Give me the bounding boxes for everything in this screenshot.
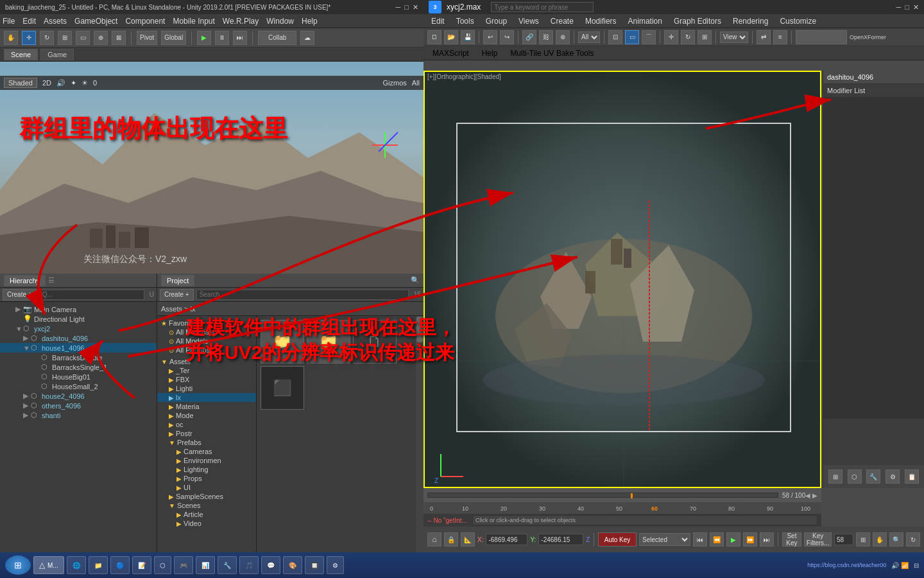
max-open-btn[interactable]: 📂 (444, 30, 458, 44)
hierarchy-search[interactable] (39, 290, 144, 300)
max-lasso-btn[interactable]: ⌒ (642, 30, 656, 44)
start-button[interactable]: ⊞ (5, 556, 31, 575)
max-menu-rendering[interactable]: Rendering (730, 17, 771, 26)
tree-item-directional-light[interactable]: 💡 Directional Light (0, 314, 157, 324)
pivot-btn[interactable]: Pivot (137, 31, 157, 45)
max-unlink-btn[interactable]: ⛓ (539, 30, 553, 44)
frame-input[interactable] (834, 534, 853, 545)
goto-start-btn[interactable]: ⏮ (693, 532, 707, 547)
max-scale-btn[interactable]: ⊞ (697, 30, 712, 44)
rotate-tool[interactable]: ↻ (40, 31, 54, 45)
menu-file[interactable]: File (3, 17, 15, 26)
taskbar-app-unity[interactable]: △ M... (33, 556, 64, 574)
max-menu-animation[interactable]: Animation (626, 17, 665, 26)
folder-lighting[interactable]: ▶ Lighti (157, 384, 256, 393)
menu-component[interactable]: Component (125, 17, 165, 26)
max-menu-modifiers[interactable]: Modifiers (583, 17, 619, 26)
hierarchy-create-btn[interactable]: Create + (3, 289, 37, 301)
folder-scenes[interactable]: ▼ Scenes (157, 501, 256, 510)
prev-key-btn[interactable]: ⏪ (710, 532, 724, 547)
key-filters-btn[interactable]: Key Filters... (804, 532, 832, 547)
coord-icon-2[interactable]: 🔒 (444, 532, 458, 547)
tree-item-yxcj2[interactable]: ▼ ⬡ yxcj2 (0, 324, 157, 333)
hierarchy-tab[interactable]: Hierarchy (4, 275, 46, 286)
max-rotate-btn[interactable]: ↻ (681, 30, 695, 44)
max-menu-create[interactable]: Create (548, 17, 576, 26)
taskbar-app-10[interactable]: 🎵 (239, 556, 259, 574)
taskbar-app-6[interactable]: ⬡ (154, 556, 171, 574)
asset-folder-1[interactable]: 📁 (261, 320, 304, 363)
folder-postr[interactable]: ▶ Postr (157, 429, 256, 438)
y-input[interactable] (538, 534, 583, 545)
scrollbar-thumb[interactable] (416, 317, 423, 342)
pause-btn[interactable]: ⏸ (215, 31, 229, 45)
project-scrollbar[interactable] (416, 316, 424, 578)
max-undo-btn[interactable]: ↩ (483, 30, 497, 44)
auto-key-btn[interactable]: Auto Key (598, 532, 637, 547)
sidebar-icon-1[interactable]: ⊞ (828, 469, 843, 484)
move-tool[interactable]: ✛ (22, 31, 36, 45)
taskbar-app-11[interactable]: 💬 (261, 556, 280, 574)
cloud-btn[interactable]: ☁ (300, 31, 314, 45)
folder-props[interactable]: ▶ Props (157, 474, 256, 483)
project-create-btn[interactable]: Create + (160, 289, 194, 301)
set-key-btn[interactable]: Set Key (782, 532, 802, 547)
folder-lx[interactable]: ▶ lx (157, 393, 256, 402)
max-maximize-btn[interactable]: □ (905, 3, 909, 12)
play-animation-btn[interactable]: ▶ (726, 532, 740, 547)
max-menu-views[interactable]: Views (516, 17, 542, 26)
max-search-input[interactable] (491, 2, 594, 12)
menu-help[interactable]: Help (302, 17, 318, 26)
assets-root[interactable]: ▼ Assets (157, 357, 256, 366)
nav-orbit-btn[interactable]: ↻ (906, 532, 920, 547)
max-select-btn[interactable]: ⊡ (608, 30, 622, 44)
folder-video[interactable]: ▶ Video (157, 519, 256, 528)
tab-scene[interactable]: Scene (4, 49, 38, 60)
max-viewport[interactable]: [+][Orthographic][Shaded] [shanti] Mount… (424, 71, 821, 488)
menu-assets[interactable]: Assets (44, 17, 67, 26)
audio-toggle[interactable]: 🔊 (56, 79, 65, 87)
taskbar-app-4[interactable]: 🔵 (110, 556, 130, 574)
project-search[interactable] (196, 290, 409, 300)
taskbar-app-2[interactable]: 🌐 (67, 556, 86, 574)
menu-gameobject[interactable]: GameObject (74, 17, 117, 26)
sidebar-icon-3[interactable]: 🔧 (866, 469, 880, 484)
folder-samplescenes[interactable]: ▶ SampleScenes (157, 492, 256, 501)
tree-item-house2[interactable]: ▶ ⬡ house2_4096 (0, 391, 157, 401)
folder-article[interactable]: ▶ Article (157, 510, 256, 519)
collab-btn[interactable]: Collab (258, 31, 296, 45)
max-menu-edit[interactable]: Edit (429, 17, 447, 26)
max-select-region-btn[interactable]: ▭ (625, 30, 639, 44)
shaded-dropdown[interactable]: Shaded (4, 78, 37, 88)
max-close-btn[interactable]: ✕ (913, 3, 919, 12)
taskbar-app-14[interactable]: ⚙ (327, 556, 344, 574)
transform-tool[interactable]: ⊕ (94, 31, 108, 45)
favorite-materials[interactable]: ⊙ All Materials (157, 328, 256, 337)
step-btn[interactable]: ⏭ (233, 31, 247, 45)
max-menu-customize[interactable]: Customize (777, 17, 819, 26)
next-key-btn[interactable]: ⏩ (743, 532, 757, 547)
folder-lighting-prefabs[interactable]: ▶ Lighting (157, 465, 256, 474)
tree-item-housebig[interactable]: ⬡ HouseBig01 (0, 372, 157, 381)
max-menu-graph-editors[interactable]: Graph Editors (671, 17, 724, 26)
selected-dropdown[interactable]: Selected (639, 533, 690, 546)
menu-we-r-play[interactable]: We.R.Play (223, 17, 259, 26)
max-submenu-bake-tools[interactable]: Multi-Tile UV Bake Tools (505, 49, 599, 58)
nav-maximize-btn[interactable]: ⊞ (856, 532, 870, 547)
sidebar-icon-2[interactable]: ⬡ (848, 469, 862, 484)
tree-item-main-camera[interactable]: ▶ 📷 Main Camera (0, 304, 157, 314)
taskbar-app-13[interactable]: 🔲 (305, 556, 324, 574)
rect-tool[interactable]: ▭ (76, 31, 90, 45)
nav-pan-btn[interactable]: ✋ (873, 532, 887, 547)
max-move-btn[interactable]: ✛ (664, 30, 678, 44)
menu-window[interactable]: Window (266, 17, 294, 26)
taskbar-app-12[interactable]: 🎨 (283, 556, 302, 574)
tree-item-barracks-single[interactable]: ⬡ BarracksSingle_1 (0, 362, 157, 372)
gizmos-dropdown[interactable]: Gizmos (382, 79, 406, 87)
max-filter-dropdown[interactable]: All (578, 31, 600, 43)
play-btn[interactable]: ▶ (197, 31, 211, 45)
max-mirror-btn[interactable]: ⇄ (757, 30, 771, 44)
max-menu-group[interactable]: Group (483, 17, 509, 26)
folder-ter[interactable]: ▶ _Ter (157, 366, 256, 375)
hand-tool[interactable]: ✋ (4, 31, 18, 45)
